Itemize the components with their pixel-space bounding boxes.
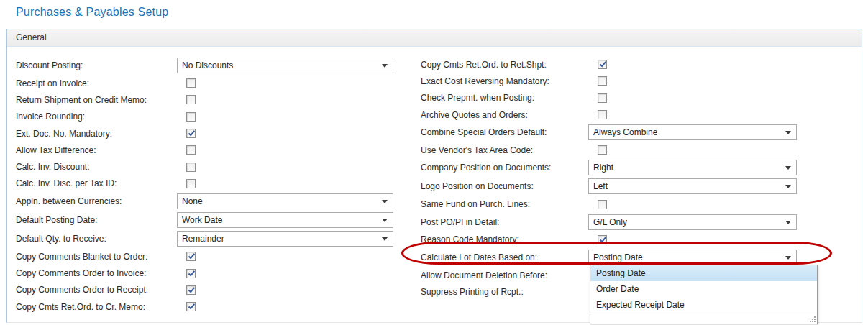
field-label: Suppress Printing of Rcpt.: bbox=[421, 287, 588, 297]
field-label: Return Shipment on Credit Memo: bbox=[16, 95, 177, 105]
field-label: Copy Comments Blanket to Order: bbox=[16, 252, 177, 262]
checkbox-ext-doc-no-mandatory[interactable] bbox=[186, 129, 196, 138]
field-row-default-qty-to-receive: Default Qty. to Receive:Remainder bbox=[16, 229, 410, 248]
chevron-down-icon[interactable] bbox=[382, 237, 388, 241]
field-label: Calc. Inv. Discount: bbox=[16, 162, 177, 172]
chevron-down-icon[interactable] bbox=[785, 131, 791, 134]
field-row-same-fund-on-purch-lines: Same Fund on Purch. Lines: bbox=[421, 196, 823, 212]
field-row-receipt-on-invoice: Receipt on Invoice: bbox=[16, 75, 410, 91]
field-label: Company Position on Documents: bbox=[421, 162, 588, 173]
checkbox-same-fund-on-purch-lines[interactable] bbox=[598, 200, 607, 209]
combobox-value: Posting Date bbox=[593, 252, 643, 262]
field-label: Check Prepmt. when Posting: bbox=[421, 93, 588, 103]
field-row-combine-special-orders-default: Combine Special Orders Default:Always Co… bbox=[421, 123, 823, 142]
field-label: Copy Cmts Ret.Ord. to Ret.Shpt: bbox=[421, 60, 588, 70]
field-row-company-position-on-documents: Company Position on Documents:Right bbox=[421, 158, 823, 177]
chevron-down-icon[interactable] bbox=[382, 64, 388, 68]
combobox-default-posting-date[interactable]: Work Date bbox=[177, 212, 393, 228]
field-row-reason-code-mandatory: Reason Code Mandatory: bbox=[421, 232, 823, 248]
dropdown-option-order-date[interactable]: Order Date bbox=[590, 281, 817, 297]
chevron-down-icon[interactable] bbox=[785, 185, 791, 188]
combobox-value: Right bbox=[593, 162, 613, 173]
combobox-discount-posting[interactable]: No Discounts bbox=[177, 58, 393, 73]
combobox-appln-between-currencies[interactable]: None bbox=[177, 193, 393, 209]
field-row-ext-doc-no-mandatory: Ext. Doc. No. Mandatory: bbox=[16, 125, 410, 142]
field-label: Logo Position on Documents: bbox=[421, 181, 588, 191]
field-row-copy-comments-order-to-invoice: Copy Comments Order to Invoice: bbox=[16, 265, 410, 281]
combobox-logo-position-on-documents[interactable]: Left bbox=[588, 178, 797, 194]
right-column: Copy Cmts Ret.Ord. to Ret.Shpt:Exact Cos… bbox=[421, 56, 823, 301]
field-label: Copy Comments Order to Invoice: bbox=[16, 268, 177, 278]
field-label: Copy Cmts Ret.Ord. to Cr. Memo: bbox=[16, 302, 177, 312]
field-row-calc-inv-disc-per-tax-id: Calc. Inv. Disc. per Tax ID: bbox=[16, 175, 410, 192]
field-label: Reason Code Mandatory: bbox=[421, 234, 588, 244]
dropdown-options: Posting DateOrder DateExpected Receipt D… bbox=[590, 265, 817, 313]
checkbox-return-shipment-on-credit-memo[interactable] bbox=[186, 95, 196, 104]
field-row-use-vendor-s-tax-area-code: Use Vendor's Tax Area Code: bbox=[421, 142, 823, 158]
combobox-default-qty-to-receive[interactable]: Remainder bbox=[177, 231, 393, 247]
left-column: Discount Posting:No DiscountsReceipt on … bbox=[16, 56, 410, 315]
combobox-value: Always Combine bbox=[593, 127, 657, 137]
field-label: Ext. Doc. No. Mandatory: bbox=[16, 129, 177, 139]
field-row-calc-inv-discount: Calc. Inv. Discount: bbox=[16, 158, 410, 175]
field-label: Use Vendor's Tax Area Code: bbox=[421, 145, 588, 155]
checkbox-copy-cmts-ret-ord-to-ret-shpt[interactable] bbox=[598, 60, 607, 69]
checkbox-reason-code-mandatory[interactable] bbox=[598, 235, 607, 244]
combobox-company-position-on-documents[interactable]: Right bbox=[588, 160, 797, 175]
checkbox-use-vendor-s-tax-area-code[interactable] bbox=[598, 145, 607, 155]
chevron-down-icon[interactable] bbox=[785, 166, 791, 170]
checkbox-check-prepmt-when-posting[interactable] bbox=[598, 93, 607, 103]
field-label: Default Posting Date: bbox=[16, 215, 177, 225]
checkbox-copy-comments-order-to-receipt[interactable] bbox=[186, 285, 196, 295]
page-title: Purchases & Payables Setup bbox=[16, 6, 168, 19]
field-label: Archive Quotes and Orders: bbox=[421, 110, 588, 120]
checkbox-allow-tax-difference[interactable] bbox=[186, 145, 196, 155]
chevron-down-icon[interactable] bbox=[382, 219, 388, 222]
calculate-lot-dates-dropdown-list: Posting DateOrder DateExpected Receipt D… bbox=[590, 265, 818, 324]
dropdown-option-posting-date[interactable]: Posting Date bbox=[590, 265, 817, 281]
field-row-appln-between-currencies: Appln. between Currencies:None bbox=[16, 192, 410, 211]
field-label: Calc. Inv. Disc. per Tax ID: bbox=[16, 178, 177, 188]
checkbox-copy-comments-blanket-to-order[interactable] bbox=[186, 252, 196, 261]
checkbox-receipt-on-invoice[interactable] bbox=[186, 78, 196, 88]
combobox-value: Left bbox=[593, 181, 608, 191]
checkbox-archive-quotes-and-orders[interactable] bbox=[598, 110, 607, 119]
combobox-value: None bbox=[182, 196, 203, 206]
field-label: Same Fund on Purch. Lines: bbox=[421, 199, 588, 209]
field-label: Default Qty. to Receive: bbox=[16, 234, 177, 244]
combobox-value: No Discounts bbox=[182, 60, 233, 70]
field-label: Discount Posting: bbox=[16, 60, 177, 70]
dropdown-option-expected-receipt-date[interactable]: Expected Receipt Date bbox=[590, 297, 817, 313]
combobox-value: G/L Only bbox=[593, 217, 627, 227]
field-row-copy-cmts-ret-ord-to-cr-memo: Copy Cmts Ret.Ord. to Cr. Memo: bbox=[16, 298, 410, 315]
chevron-down-icon[interactable] bbox=[785, 221, 791, 224]
checkbox-invoice-rounding[interactable] bbox=[186, 112, 196, 122]
field-row-logo-position-on-documents: Logo Position on Documents:Left bbox=[421, 177, 823, 196]
combobox-combine-special-orders-default[interactable]: Always Combine bbox=[588, 124, 797, 140]
combobox-calculate-lot-dates-based-on[interactable]: Posting Date bbox=[588, 250, 797, 265]
field-label: Copy Comments Order to Receipt: bbox=[16, 285, 177, 295]
chevron-down-icon[interactable] bbox=[785, 256, 791, 260]
resize-grip-icon[interactable] bbox=[809, 316, 816, 322]
field-label: Appln. between Currencies: bbox=[16, 196, 177, 206]
field-row-discount-posting: Discount Posting:No Discounts bbox=[16, 56, 410, 75]
section-header-general[interactable]: General bbox=[7, 29, 862, 47]
field-row-copy-comments-order-to-receipt: Copy Comments Order to Receipt: bbox=[16, 282, 410, 298]
checkbox-calc-inv-disc-per-tax-id[interactable] bbox=[186, 179, 196, 188]
checkbox-exact-cost-reversing-mandatory[interactable] bbox=[598, 76, 607, 86]
field-label: Combine Special Orders Default: bbox=[421, 127, 588, 137]
field-row-return-shipment-on-credit-memo: Return Shipment on Credit Memo: bbox=[16, 91, 410, 108]
field-label: Post PO/PI in Detail: bbox=[421, 217, 588, 227]
checkbox-copy-cmts-ret-ord-to-cr-memo[interactable] bbox=[186, 302, 196, 311]
dropdown-resize-area bbox=[590, 313, 817, 324]
combobox-post-po-pi-in-detail[interactable]: G/L Only bbox=[588, 214, 797, 230]
checkbox-calc-inv-discount[interactable] bbox=[186, 162, 196, 172]
field-row-allow-tax-difference: Allow Tax Difference: bbox=[16, 142, 410, 158]
checkbox-copy-comments-order-to-invoice[interactable] bbox=[186, 269, 196, 278]
field-row-copy-comments-blanket-to-order: Copy Comments Blanket to Order: bbox=[16, 248, 410, 265]
field-row-default-posting-date: Default Posting Date:Work Date bbox=[16, 211, 410, 229]
field-row-invoice-rounding: Invoice Rounding: bbox=[16, 109, 410, 125]
field-row-post-po-pi-in-detail: Post PO/PI in Detail:G/L Only bbox=[421, 213, 823, 232]
field-label: Exact Cost Reversing Mandatory: bbox=[421, 76, 588, 86]
chevron-down-icon[interactable] bbox=[382, 200, 388, 203]
